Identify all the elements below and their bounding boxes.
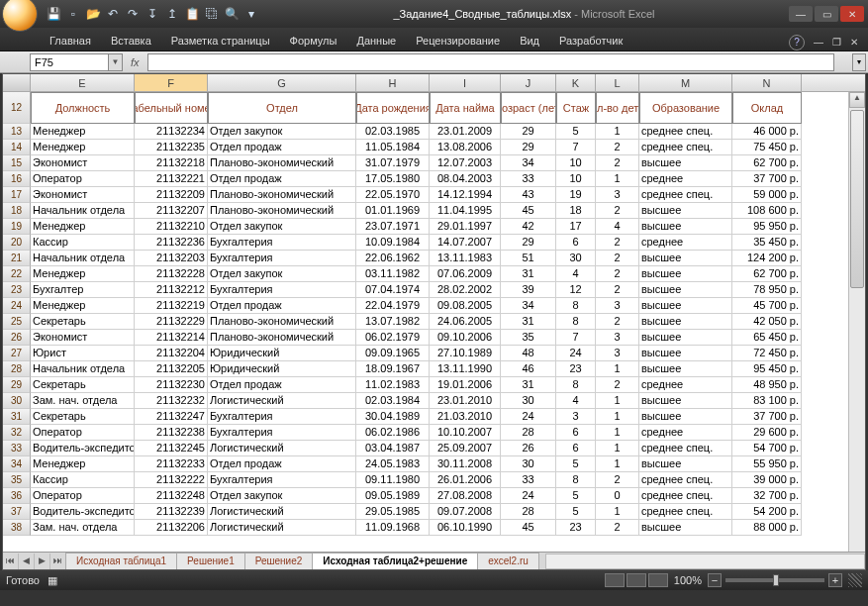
cell[interactable]: 33	[501, 171, 556, 187]
cell[interactable]: 21132212	[135, 282, 208, 298]
cell[interactable]: 02.03.1985	[356, 124, 430, 140]
ribbon-tab[interactable]: Разработчик	[549, 31, 632, 50]
row-header[interactable]: 35	[3, 472, 31, 488]
cell[interactable]: 35	[501, 330, 556, 346]
row-header[interactable]: 38	[3, 520, 31, 536]
formula-bar-input[interactable]	[147, 53, 834, 71]
cell[interactable]: 18	[556, 203, 596, 219]
cell[interactable]: Водитель-экспедитор	[31, 441, 135, 456]
row-header[interactable]: 18	[3, 203, 31, 219]
cell[interactable]: 4	[556, 266, 596, 282]
table-column-header[interactable]: Кол-во детей	[596, 92, 639, 124]
row-header[interactable]: 26	[3, 330, 31, 346]
row-header[interactable]: 37	[3, 504, 31, 520]
cell[interactable]: 21132209	[135, 187, 208, 203]
cell[interactable]: 11.09.1968	[356, 520, 430, 536]
cell[interactable]: Отдел закупок	[208, 266, 356, 282]
cell[interactable]: 30	[556, 251, 596, 266]
cell[interactable]: 62 700 р.	[732, 266, 802, 282]
cell[interactable]: 33	[501, 472, 556, 488]
ribbon-tab[interactable]: Вставка	[101, 31, 161, 50]
cell[interactable]: 23	[556, 361, 596, 377]
cell[interactable]: высшее	[639, 456, 732, 472]
cell[interactable]: Логистический	[208, 520, 356, 536]
cell[interactable]: среднее спец.	[639, 504, 732, 520]
row-header[interactable]: 30	[3, 393, 31, 409]
row-header[interactable]: 14	[3, 140, 31, 155]
column-header[interactable]: L	[596, 74, 639, 91]
cell[interactable]: 46 000 р.	[732, 124, 802, 140]
sort-asc-icon[interactable]: ↧	[145, 6, 160, 22]
select-all-corner[interactable]	[3, 74, 31, 91]
cell[interactable]: 7	[556, 140, 596, 155]
cell[interactable]: 26.01.2006	[430, 472, 501, 488]
cell[interactable]: Бухгалтерия	[208, 282, 356, 298]
cell[interactable]: Бухгалтерия	[208, 425, 356, 441]
cell[interactable]: 3	[596, 298, 639, 314]
cell[interactable]: 4	[556, 393, 596, 409]
horizontal-scrollbar[interactable]	[545, 554, 865, 569]
workbook-minimize-button[interactable]: —	[811, 37, 826, 50]
cell[interactable]: Планово-экономический	[208, 155, 356, 171]
cell[interactable]: 5	[556, 456, 596, 472]
cell[interactable]: 3	[596, 330, 639, 346]
cell[interactable]: высшее	[639, 330, 732, 346]
cell[interactable]: Менеджер	[31, 298, 135, 314]
cell[interactable]: Отдел продаж	[208, 298, 356, 314]
cell[interactable]: 48 950 р.	[732, 377, 802, 393]
cell[interactable]: 13.08.2006	[430, 140, 501, 155]
cell[interactable]: 21132229	[135, 314, 208, 330]
cell[interactable]: высшее	[639, 346, 732, 361]
cell[interactable]: 12	[556, 282, 596, 298]
print-preview-icon[interactable]: 🔍	[224, 6, 240, 22]
cell[interactable]: Отдел закупок	[208, 219, 356, 235]
cell[interactable]: 54 200 р.	[732, 504, 802, 520]
column-header[interactable]: K	[556, 74, 596, 91]
ribbon-tab[interactable]: Формулы	[280, 31, 347, 50]
row-header[interactable]: 36	[3, 488, 31, 504]
cell[interactable]: 21132234	[135, 124, 208, 140]
cell[interactable]: Кассир	[31, 472, 135, 488]
redo-icon[interactable]: ↷	[125, 6, 141, 22]
cell[interactable]: 21132218	[135, 155, 208, 171]
cell[interactable]: 32 700 р.	[732, 488, 802, 504]
cell[interactable]: Планово-экономический	[208, 330, 356, 346]
cell[interactable]: 30.11.2008	[430, 456, 501, 472]
cell[interactable]: 31.07.1979	[356, 155, 430, 171]
sheet-tab[interactable]: excel2.ru	[477, 553, 539, 569]
cell[interactable]: 21132232	[135, 393, 208, 409]
cell[interactable]: высшее	[639, 409, 732, 425]
row-header[interactable]: 12	[3, 92, 31, 124]
cell[interactable]: среднее спец.	[639, 140, 732, 155]
cell[interactable]: 59 000 р.	[732, 187, 802, 203]
cell[interactable]: Экономист	[31, 187, 135, 203]
cell[interactable]: 21132235	[135, 140, 208, 155]
row-header[interactable]: 32	[3, 425, 31, 441]
cell[interactable]: высшее	[639, 361, 732, 377]
cell[interactable]: высшее	[639, 219, 732, 235]
zoom-slider[interactable]	[725, 578, 824, 582]
cell[interactable]: 22.05.1970	[356, 187, 430, 203]
cell[interactable]: 31	[501, 266, 556, 282]
cell[interactable]: 28	[501, 504, 556, 520]
cell[interactable]: среднее	[639, 235, 732, 251]
name-box[interactable]: F75	[30, 53, 109, 71]
zoom-slider-thumb[interactable]	[773, 574, 779, 586]
cell[interactable]: 2	[596, 251, 639, 266]
table-column-header[interactable]: Образование	[639, 92, 732, 124]
cell[interactable]: высшее	[639, 282, 732, 298]
cell[interactable]: 37 700 р.	[732, 409, 802, 425]
cell[interactable]: 09.05.1989	[356, 488, 430, 504]
cell[interactable]: 6	[556, 441, 596, 456]
cell[interactable]: 2	[596, 266, 639, 282]
cell[interactable]: 06.10.1990	[430, 520, 501, 536]
cell[interactable]: 124 200 р.	[732, 251, 802, 266]
cell[interactable]: 3	[596, 187, 639, 203]
cell[interactable]: 21132205	[135, 361, 208, 377]
macro-record-icon[interactable]: ▦	[48, 574, 57, 587]
cell[interactable]: Планово-экономический	[208, 203, 356, 219]
row-header[interactable]: 16	[3, 171, 31, 187]
cell[interactable]: Бухгалтерия	[208, 235, 356, 251]
cell[interactable]: 108 600 р.	[732, 203, 802, 219]
cell[interactable]: высшее	[639, 266, 732, 282]
